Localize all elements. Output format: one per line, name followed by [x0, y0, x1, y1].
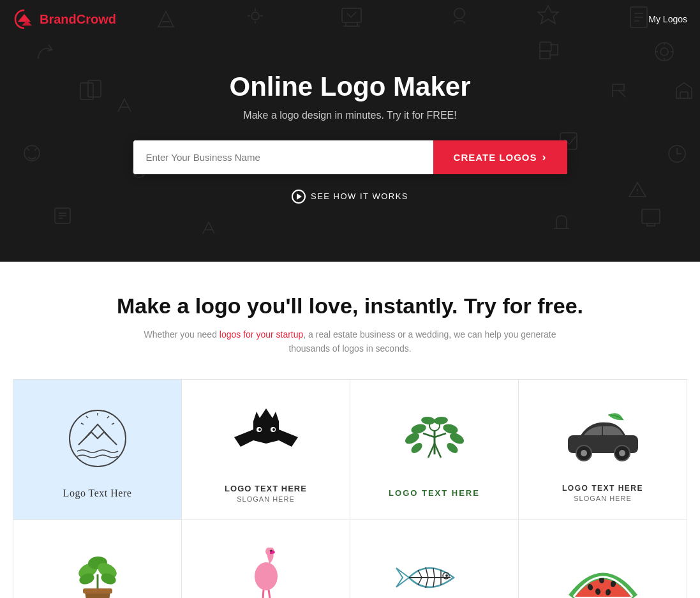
svg-rect-36: [83, 588, 112, 594]
hero-bg-icons: [0, 0, 700, 262]
svg-point-26: [433, 417, 448, 426]
section-subtitle: Whether you need logos for your startup,…: [127, 327, 574, 356]
svg-rect-14: [540, 42, 551, 51]
logos-link[interactable]: logos for your startup: [220, 329, 304, 340]
logo-svg-1: [47, 402, 149, 479]
svg-point-9: [655, 43, 673, 61]
svg-line-47: [269, 590, 270, 598]
svg-point-43: [255, 562, 278, 590]
svg-rect-11: [680, 92, 688, 98]
logo-card-3[interactable]: LOGO TEXT HERE: [350, 380, 519, 521]
svg-point-7: [24, 146, 40, 161]
see-how-label: SEE HOW IT WORKS: [311, 191, 408, 201]
svg-line-46: [262, 590, 264, 598]
see-how-it-works[interactable]: SEE HOW IT WORKS: [292, 190, 408, 204]
svg-rect-13: [642, 209, 660, 223]
svg-point-20: [258, 428, 261, 431]
logo-card-8[interactable]: LOGO TEXT HERE: [519, 520, 687, 598]
create-logos-label: CREATE LOGOS: [454, 152, 537, 163]
main-section: Make a logo you'll love, instantly. Try …: [0, 262, 700, 598]
search-bar: CREATE LOGOS ›: [133, 140, 567, 174]
play-triangle-icon: [297, 193, 302, 200]
hero-subtitle: Make a logo design in minutes. Try it fo…: [243, 110, 456, 121]
svg-rect-6: [88, 80, 101, 97]
logo-card-6[interactable]: Logo Text Here: [182, 520, 350, 598]
logo-svg-3: [384, 403, 486, 480]
logo-svg-8: [552, 546, 654, 598]
brand-logo-icon: [13, 8, 36, 31]
logo-grid: Logo Text Here LOGO: [13, 379, 687, 598]
header: BrandCrowd My Logos: [0, 0, 700, 38]
svg-point-49: [445, 574, 448, 577]
hero-title: Online Logo Maker: [229, 71, 470, 102]
logo-card-text-4: LOGO TEXT HERE SLOGAN HERE: [562, 483, 643, 504]
logo-card-1[interactable]: Logo Text Here: [13, 380, 182, 521]
my-logos-link[interactable]: My Logos: [648, 14, 687, 24]
logo-card-4[interactable]: LOGO TEXT HERE SLOGAN HERE: [519, 380, 687, 521]
svg-point-35: [619, 450, 625, 456]
logo-svg-7: [384, 539, 486, 598]
logo-card-text-3: LOGO TEXT HERE: [389, 488, 480, 499]
svg-point-45: [270, 550, 272, 552]
arrow-right-icon: ›: [542, 151, 547, 164]
svg-rect-8: [55, 208, 70, 223]
brand-logo[interactable]: BrandCrowd: [13, 8, 116, 31]
logo-svg-2: [215, 399, 317, 475]
svg-rect-5: [80, 83, 93, 100]
logo-svg-4: [552, 399, 654, 475]
logo-card-5[interactable]: LOGO TEXT HERE SLOGAN HERE: [13, 520, 182, 598]
logo-svg-5: [47, 541, 149, 598]
hero-section: Online Logo Maker Make a logo design in …: [0, 0, 700, 262]
play-circle-icon: [292, 190, 306, 204]
svg-point-10: [660, 48, 668, 56]
logo-card-2[interactable]: LOGO TEXT HERE SLOGAN HERE: [182, 380, 350, 521]
svg-point-12: [669, 146, 685, 162]
logo-card-text-1: Logo Text Here: [63, 486, 132, 500]
svg-point-33: [581, 450, 587, 456]
svg-point-25: [421, 417, 435, 426]
create-logos-button[interactable]: CREATE LOGOS ›: [433, 140, 567, 174]
section-title: Make a logo you'll love, instantly. Try …: [13, 294, 687, 318]
logo-card-7[interactable]: Logo Text Here Slogan Here: [350, 520, 519, 598]
business-name-input[interactable]: [133, 140, 433, 174]
svg-point-21: [272, 428, 275, 431]
logo-svg-6: [215, 544, 317, 598]
brand-name: BrandCrowd: [40, 12, 116, 27]
logo-card-text-2: LOGO TEXT HERE SLOGAN HERE: [225, 483, 307, 505]
